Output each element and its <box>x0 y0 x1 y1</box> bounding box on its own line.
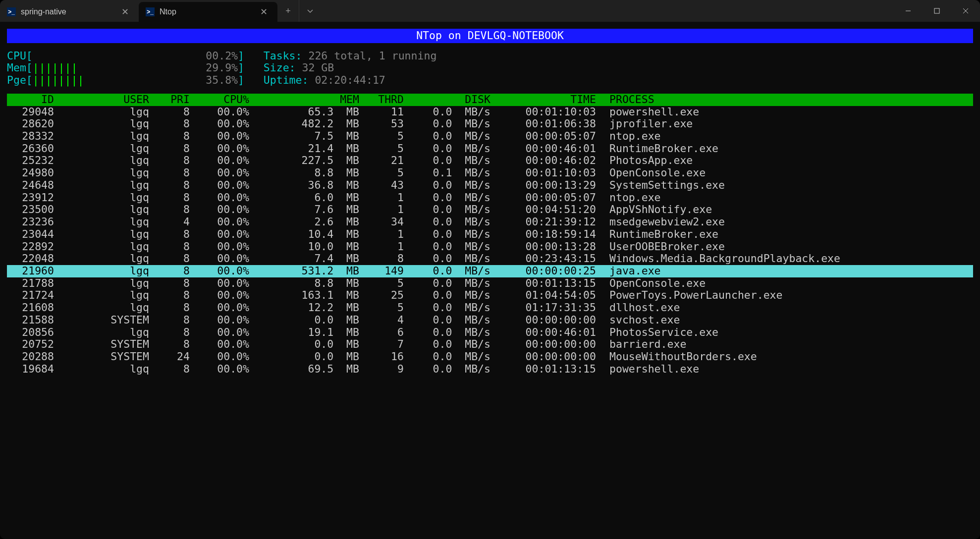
cell-id: 21788 <box>7 277 54 290</box>
cpu-row: CPU[ 00.2%] Tasks: 226 total, 1 running <box>7 50 973 62</box>
cell-thrd: 4 <box>359 314 404 326</box>
cell-process: PhotosService.exe <box>596 326 973 339</box>
process-row[interactable]: 21960lgq800.0%531.2 MB1490.0 MB/s00:00:0… <box>7 265 973 277</box>
cell-mem: 12.2 MB <box>249 302 359 314</box>
header-mem: MEM <box>249 94 359 106</box>
process-row[interactable]: 21608lgq800.0%12.2 MB50.0 MB/s01:17:31:3… <box>7 302 973 314</box>
cell-user: lgq <box>54 192 149 204</box>
close-icon[interactable]: ✕ <box>259 7 269 17</box>
cell-cpu: 00.0% <box>190 314 249 326</box>
terminal-content[interactable]: NTop on DEVLGQ-NOTEBOOK CPU[ 00.2%] Task… <box>0 22 980 382</box>
titlebar: >_ spring-native ✕ >_ Ntop ✕ + <box>0 0 980 22</box>
process-row[interactable]: 19684lgq800.0%69.5 MB90.0 MB/s00:01:13:1… <box>7 363 973 376</box>
cell-thrd: 5 <box>359 130 404 143</box>
cell-thrd: 9 <box>359 363 404 376</box>
tab-bar: >_ spring-native ✕ >_ Ntop ✕ + <box>0 0 321 22</box>
cell-id: 20856 <box>7 326 54 339</box>
process-row[interactable]: 28620lgq800.0%482.2 MB530.0 MB/s00:01:06… <box>7 118 973 130</box>
process-row[interactable]: 28332lgq800.0%7.5 MB50.0 MB/s00:00:05:07… <box>7 130 973 143</box>
cell-pri: 4 <box>149 216 190 228</box>
cell-disk: 0.0 MB/s <box>404 338 490 351</box>
tasks-value: 226 total, 1 running <box>308 50 436 62</box>
cell-mem: 8.8 MB <box>249 277 359 290</box>
cell-mem: 21.4 MB <box>249 143 359 155</box>
cell-process: barrierd.exe <box>596 338 973 351</box>
cell-user: SYSTEM <box>54 338 149 351</box>
cell-pri: 8 <box>149 241 190 253</box>
cell-process: ntop.exe <box>596 192 973 204</box>
cell-time: 00:00:00:00 <box>490 351 596 363</box>
cell-id: 23912 <box>7 192 54 204</box>
cell-thrd: 11 <box>359 106 404 118</box>
cell-disk: 0.0 MB/s <box>404 314 490 326</box>
process-row[interactable]: 21788lgq800.0%8.8 MB50.0 MB/s00:01:13:15… <box>7 277 973 290</box>
process-row[interactable]: 25232lgq800.0%227.5 MB210.0 MB/s00:00:46… <box>7 155 973 167</box>
cell-time: 00:00:00:25 <box>490 265 596 277</box>
mem-label: Mem <box>7 62 26 74</box>
cell-thrd: 53 <box>359 118 404 130</box>
process-row[interactable]: 20856lgq800.0%19.1 MB60.0 MB/s00:00:46:0… <box>7 326 973 339</box>
process-row[interactable]: 29048lgq800.0%65.3 MB110.0 MB/s00:01:10:… <box>7 106 973 118</box>
cell-cpu: 00.0% <box>190 179 249 192</box>
pge-row: Pge[|||||||| 35.8%] Uptime: 02:20:44:17 <box>7 74 973 87</box>
process-row[interactable]: 20752SYSTEM800.0%0.0 MB70.0 MB/s00:00:00… <box>7 338 973 351</box>
process-row[interactable]: 22892lgq800.0%10.0 MB10.0 MB/s00:00:13:2… <box>7 241 973 253</box>
terminal-window: >_ spring-native ✕ >_ Ntop ✕ + <box>0 0 980 539</box>
cpu-pct: 00.2% <box>206 50 238 62</box>
dropdown-button[interactable] <box>299 0 321 22</box>
bracket-open: [ <box>26 50 33 62</box>
process-row[interactable]: 24648lgq800.0%36.8 MB430.0 MB/s00:00:13:… <box>7 179 973 192</box>
cell-disk: 0.0 MB/s <box>404 106 490 118</box>
header-process: PROCESS <box>596 94 973 106</box>
process-row[interactable]: 23500lgq800.0%7.6 MB10.0 MB/s00:04:51:20… <box>7 204 973 216</box>
cell-mem: 7.4 MB <box>249 253 359 265</box>
process-row[interactable]: 26360lgq800.0%21.4 MB50.0 MB/s00:00:46:0… <box>7 143 973 155</box>
cell-time: 00:00:46:01 <box>490 326 596 339</box>
cell-disk: 0.0 MB/s <box>404 363 490 376</box>
close-icon[interactable]: ✕ <box>120 7 130 17</box>
cell-mem: 36.8 MB <box>249 179 359 192</box>
cell-user: lgq <box>54 253 149 265</box>
minimize-button[interactable] <box>894 0 923 22</box>
cell-id: 21608 <box>7 302 54 314</box>
cell-user: lgq <box>54 363 149 376</box>
cell-id: 21588 <box>7 314 54 326</box>
process-row[interactable]: 21724lgq800.0%163.1 MB250.0 MB/s01:04:54… <box>7 289 973 302</box>
cell-cpu: 00.0% <box>190 302 249 314</box>
tab-spring-native[interactable]: >_ spring-native ✕ <box>0 2 139 22</box>
cell-id: 21960 <box>7 265 54 277</box>
tab-title: spring-native <box>21 7 66 16</box>
tab-ntop[interactable]: >_ Ntop ✕ <box>139 2 277 22</box>
cell-mem: 65.3 MB <box>249 106 359 118</box>
cell-process: dllhost.exe <box>596 302 973 314</box>
cell-id: 22892 <box>7 241 54 253</box>
maximize-button[interactable] <box>923 0 951 22</box>
cell-time: 00:00:13:28 <box>490 241 596 253</box>
process-row[interactable]: 21588SYSTEM800.0%0.0 MB40.0 MB/s00:00:00… <box>7 314 973 326</box>
pge-label: Pge <box>7 74 26 87</box>
process-row[interactable]: 23044lgq800.0%10.4 MB10.0 MB/s00:18:59:1… <box>7 228 973 241</box>
cell-user: lgq <box>54 302 149 314</box>
cell-thrd: 6 <box>359 326 404 339</box>
bracket-open: [ <box>26 74 33 87</box>
cell-pri: 8 <box>149 289 190 302</box>
process-row[interactable]: 22048lgq800.0%7.4 MB80.0 MB/s00:23:43:15… <box>7 253 973 265</box>
powershell-icon: >_ <box>146 7 155 16</box>
cell-time: 00:01:10:03 <box>490 167 596 179</box>
process-row[interactable]: 23912lgq800.0%6.0 MB10.0 MB/s00:00:05:07… <box>7 192 973 204</box>
new-tab-button[interactable]: + <box>277 0 299 22</box>
close-button[interactable] <box>951 0 980 22</box>
cell-cpu: 00.0% <box>190 253 249 265</box>
cell-thrd: 1 <box>359 204 404 216</box>
cell-disk: 0.0 MB/s <box>404 253 490 265</box>
cell-mem: 0.0 MB <box>249 351 359 363</box>
banner: NTop on DEVLGQ-NOTEBOOK <box>7 29 973 43</box>
cell-id: 28332 <box>7 130 54 143</box>
cell-thrd: 1 <box>359 241 404 253</box>
process-row[interactable]: 24980lgq800.0%8.8 MB50.1 MB/s00:01:10:03… <box>7 167 973 179</box>
table-header: ID USER PRI CPU% MEM THRD DISK TIME PROC… <box>7 94 973 106</box>
process-row[interactable]: 23236lgq400.0%2.6 MB340.0 MB/s00:21:39:1… <box>7 216 973 228</box>
process-row[interactable]: 20288SYSTEM2400.0%0.0 MB160.0 MB/s00:00:… <box>7 351 973 363</box>
cell-pri: 8 <box>149 338 190 351</box>
cell-process: PhotosApp.exe <box>596 155 973 167</box>
